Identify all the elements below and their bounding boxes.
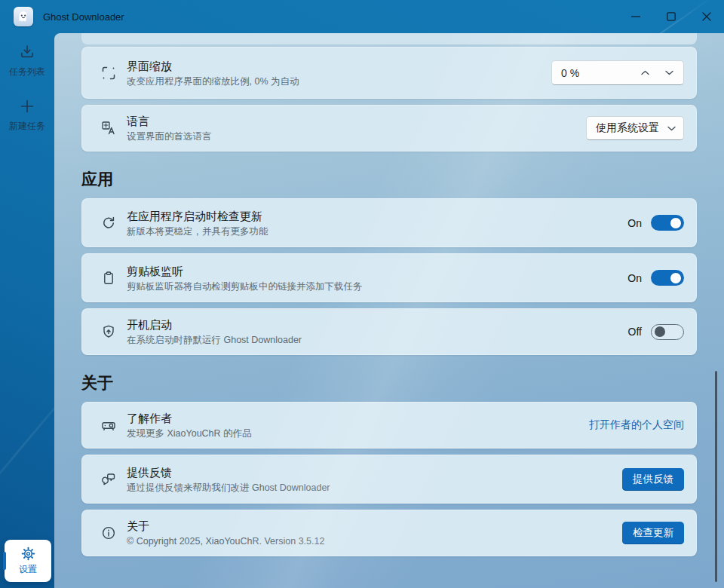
card-title: 在应用程序启动时检查更新 [127, 209, 627, 223]
close-button[interactable] [689, 0, 724, 33]
author-space-link[interactable]: 打开作者的个人空间 [589, 418, 684, 432]
clipboard-icon [101, 271, 116, 286]
card-text: 语言 设置界面的首选语言 [127, 114, 586, 142]
sidebar-item-label: 设置 [19, 563, 37, 576]
chevron-down-icon[interactable] [665, 70, 673, 75]
language-icon [101, 121, 116, 136]
card-about: 关于 © Copyright 2025, XiaoYouChR. Version… [81, 510, 697, 556]
card-title: 提供反馈 [127, 465, 622, 479]
close-icon [702, 12, 711, 21]
card-feedback: 提供反馈 通过提供反馈来帮助我们改进 Ghost Downloader 提供反馈 [81, 455, 697, 504]
toggle-state-label: On [627, 272, 642, 284]
update-toggle[interactable] [651, 215, 684, 231]
card-subtitle: 发现更多 XiaoYouChR 的作品 [127, 428, 589, 439]
card-subtitle: 剪贴板监听器将自动检测剪贴板中的链接并添加下载任务 [127, 281, 627, 292]
window-controls [618, 0, 724, 33]
card-subtitle: 设置界面的首选语言 [127, 131, 586, 142]
maximize-icon [667, 12, 676, 21]
toggle-knob [670, 273, 681, 283]
card-subtitle: 在系统启动时静默运行 Ghost Downloader [127, 335, 628, 346]
card-text: 了解作者 发现更多 XiaoYouChR 的作品 [127, 411, 589, 439]
scrollbar-thumb[interactable] [715, 371, 717, 582]
toggle-knob [655, 326, 665, 337]
author-icon [101, 418, 116, 433]
card-subtitle: 通过提供反馈来帮助我们改进 Ghost Downloader [127, 482, 622, 494]
card-title: 剪贴板监听 [127, 264, 627, 278]
card-title: 开机启动 [127, 317, 628, 332]
task-list-icon [19, 44, 35, 60]
section-header-about: 关于 [81, 373, 697, 392]
about-icon [101, 525, 116, 541]
card-text: 界面缩放 改变应用程序界面的缩放比例, 0% 为自动 [127, 59, 551, 87]
minimize-icon [631, 16, 640, 17]
chevron-up-icon[interactable] [641, 70, 649, 75]
new-task-icon [19, 98, 35, 115]
card-title: 了解作者 [127, 411, 589, 425]
app-window: Ghost Downloader 任务列表 新建任务 [0, 0, 724, 588]
chevron-down-icon [667, 126, 676, 131]
card-language: 语言 设置界面的首选语言 使用系统设置 [81, 105, 697, 152]
card-text: 剪贴板监听 剪贴板监听器将自动检测剪贴板中的链接并添加下载任务 [127, 264, 627, 292]
update-icon [101, 216, 116, 231]
startup-icon [101, 324, 116, 339]
feedback-icon [101, 472, 116, 487]
partial-card-above [81, 33, 697, 44]
sidebar-item-settings[interactable]: 设置 [5, 540, 51, 582]
maximize-button[interactable] [653, 0, 689, 33]
sidebar: 任务列表 新建任务 [0, 33, 54, 588]
card-subtitle: 新版本将更稳定，并具有更多功能 [127, 226, 627, 237]
zoom-spinbox-value[interactable]: 0 % [561, 67, 579, 79]
sidebar-item-label: 任务列表 [9, 66, 45, 78]
check-update-button[interactable]: 检查更新 [622, 522, 684, 544]
minimize-button[interactable] [618, 0, 653, 33]
card-title: 关于 [127, 519, 622, 533]
card-clipboard-listener: 剪贴板监听 剪贴板监听器将自动检测剪贴板中的链接并添加下载任务 On [81, 253, 697, 302]
zoom-spinbox[interactable]: 0 % [551, 60, 684, 85]
titlebar: Ghost Downloader [0, 0, 724, 33]
settings-page: 界面缩放 改变应用程序界面的缩放比例, 0% 为自动 0 % [54, 33, 724, 588]
card-title: 语言 [127, 114, 586, 128]
sidebar-item-new-task[interactable]: 新建任务 [0, 87, 54, 142]
card-text: 开机启动 在系统启动时静默运行 Ghost Downloader [127, 317, 628, 346]
card-interface-zoom: 界面缩放 改变应用程序界面的缩放比例, 0% 为自动 0 % [81, 47, 697, 99]
feedback-button[interactable]: 提供反馈 [622, 468, 684, 491]
zoom-icon [101, 66, 116, 81]
toggle-knob [670, 218, 681, 228]
app-title: Ghost Downloader [43, 11, 124, 23]
settings-icon [21, 547, 35, 561]
card-text: 提供反馈 通过提供反馈来帮助我们改进 Ghost Downloader [127, 465, 622, 494]
language-dropdown-value: 使用系统设置 [596, 121, 659, 135]
clipboard-toggle[interactable] [651, 270, 684, 286]
card-subtitle: 改变应用程序界面的缩放比例, 0% 为自动 [127, 76, 551, 87]
card-subtitle: © Copyright 2025, XiaoYouChR. Version 3.… [127, 536, 622, 547]
language-dropdown[interactable]: 使用系统设置 [586, 116, 684, 140]
card-launch-at-startup: 开机启动 在系统启动时静默运行 Ghost Downloader Off [81, 308, 697, 355]
sidebar-item-task-list[interactable]: 任务列表 [0, 33, 54, 87]
card-title: 界面缩放 [127, 59, 551, 73]
app-logo-icon [14, 7, 33, 26]
card-text: 在应用程序启动时检查更新 新版本将更稳定，并具有更多功能 [127, 209, 627, 237]
card-text: 关于 © Copyright 2025, XiaoYouChR. Version… [127, 519, 622, 547]
selection-indicator [3, 552, 6, 570]
toggle-state-label: Off [628, 326, 642, 338]
card-about-author: 了解作者 发现更多 XiaoYouChR 的作品 打开作者的个人空间 [81, 402, 697, 449]
toggle-state-label: On [627, 217, 642, 229]
card-check-updates: 在应用程序启动时检查更新 新版本将更稳定，并具有更多功能 On [81, 198, 697, 247]
sidebar-item-label: 新建任务 [9, 120, 45, 133]
startup-toggle[interactable] [651, 324, 684, 340]
section-header-app: 应用 [81, 170, 697, 188]
